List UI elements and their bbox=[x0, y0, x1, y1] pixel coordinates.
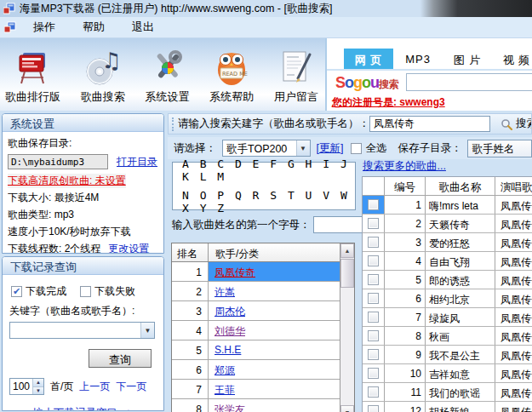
menu-item-exit[interactable]: 退出 bbox=[122, 17, 164, 37]
song-search-button[interactable]: ♫ 歌曲搜索 bbox=[81, 42, 125, 111]
owl-readme-icon: READ ME bbox=[212, 49, 251, 88]
singer-row[interactable]: 4 刘德华 bbox=[172, 321, 340, 340]
select-all-checkbox[interactable]: 全选 bbox=[351, 141, 386, 156]
song-row[interactable]: 9 我不是公主 凤凰传奇 bbox=[363, 346, 532, 364]
song-row[interactable]: 6 相约北京 凤凰传奇 bbox=[363, 289, 532, 308]
scroll-down-icon[interactable]: ▼ bbox=[340, 405, 354, 412]
singer-link[interactable]: 刘德华 bbox=[215, 325, 245, 337]
sogou-logo: Sogou搜索 bbox=[335, 75, 399, 90]
song-row[interactable]: 5 郎的诱惑 凤凰传奇 bbox=[363, 271, 532, 289]
menu-item-operate[interactable]: 操作 bbox=[23, 17, 66, 37]
download-done-checkbox[interactable]: 下载完成 bbox=[11, 284, 66, 299]
registration-link[interactable]: 您的注册号是: swweng3 bbox=[332, 96, 445, 108]
scrollbar-thumb[interactable] bbox=[340, 259, 354, 288]
prev-page-link[interactable]: 上一页 bbox=[79, 380, 110, 394]
search-song-button[interactable]: 搜索歌曲 bbox=[501, 117, 532, 131]
song-row[interactable]: 1 嗨!mrs leta 凤凰传奇 bbox=[363, 196, 532, 215]
spin-up-icon[interactable]: ▲ bbox=[33, 379, 43, 386]
chevron-down-icon[interactable]: ▼ bbox=[140, 323, 154, 338]
sogou-search-bar: Sogou搜索 bbox=[327, 71, 532, 94]
singer-scrollbar[interactable]: ▲ ▼ bbox=[340, 243, 354, 412]
main-content: 请输入搜索关建字（歌曲名或歌手名）： 搜索歌曲 请选择： 歌手TOP200 ▼ … bbox=[168, 111, 532, 412]
chevron-down-icon[interactable]: ▼ bbox=[296, 140, 310, 156]
song-checkbox[interactable] bbox=[368, 293, 379, 304]
singer-link[interactable]: 周杰伦 bbox=[215, 306, 245, 318]
singer-link[interactable]: 郑源 bbox=[215, 364, 235, 376]
song-checkbox[interactable] bbox=[368, 405, 379, 412]
song-row[interactable]: 12 胡杨新娘 凤凰传奇 bbox=[363, 402, 532, 412]
download-failed-checkbox[interactable]: 下载失败 bbox=[80, 284, 135, 299]
hd-download-link[interactable]: 下载高清原创歌曲: 未设置 bbox=[8, 174, 126, 188]
system-settings-button[interactable]: 系统设置 bbox=[146, 42, 190, 111]
system-help-button[interactable]: READ ME 系统帮助 bbox=[209, 42, 254, 111]
sogou-search-input[interactable] bbox=[406, 73, 532, 91]
singer-panel: A B C D E F G H I J K L M N O P Q R S T … bbox=[168, 160, 360, 412]
song-checkbox[interactable] bbox=[368, 218, 379, 229]
tab-webpage[interactable]: 网 页 bbox=[344, 49, 393, 69]
singer-link[interactable]: 王菲 bbox=[215, 384, 235, 396]
expand-record-window-link[interactable]: 扩大下载记录窗口 --> bbox=[8, 406, 158, 411]
singer-row[interactable]: 3 周杰伦 bbox=[172, 301, 340, 321]
singer-row[interactable]: 7 王菲 bbox=[172, 380, 340, 399]
singer-row[interactable]: 5 S.H.E bbox=[172, 340, 340, 360]
web-portal-panel: 网 页 MP3 图 片 视 频 Sogou搜索 您的注册号是: swweng3 bbox=[325, 38, 532, 111]
song-checkbox[interactable] bbox=[368, 349, 379, 360]
save-dir-input[interactable] bbox=[8, 154, 108, 169]
song-row[interactable]: 2 天籁传奇 凤凰传奇 bbox=[363, 215, 532, 233]
song-checkbox[interactable] bbox=[368, 368, 379, 379]
song-checkbox[interactable] bbox=[368, 199, 379, 210]
tab-mp3[interactable]: MP3 bbox=[393, 49, 443, 69]
next-page-link[interactable]: 下一页 bbox=[116, 380, 146, 394]
song-checkbox[interactable] bbox=[368, 237, 379, 248]
scroll-up-icon[interactable]: ▲ bbox=[340, 243, 354, 258]
song-row[interactable]: 10 吉祥如意 凤凰传奇 bbox=[363, 364, 532, 383]
singer-row[interactable]: 8 张学友 bbox=[172, 399, 340, 412]
singer-link[interactable]: 凤凰传奇 bbox=[215, 266, 255, 278]
singer-link[interactable]: 张学友 bbox=[215, 403, 245, 412]
search-keyword-input[interactable] bbox=[369, 116, 490, 132]
query-button[interactable]: 查询 bbox=[89, 349, 152, 368]
song-col-artist: 演唱歌手 bbox=[495, 177, 532, 195]
tab-image[interactable]: 图 片 bbox=[443, 49, 492, 69]
tab-video[interactable]: 视 频 bbox=[492, 49, 532, 69]
singer-table: 排名 歌手/分类 1 凤凰传奇 2 许嵩 3 周杰伦 bbox=[171, 243, 355, 412]
svg-text:READ ME: READ ME bbox=[222, 71, 248, 77]
open-dir-link[interactable]: 打开目录 bbox=[117, 155, 157, 169]
spin-down-icon[interactable]: ▼ bbox=[33, 386, 43, 395]
singer-row[interactable]: 2 许嵩 bbox=[172, 282, 340, 301]
more-songs-link[interactable]: 搜索更多的歌曲... bbox=[363, 159, 446, 174]
song-row[interactable]: 3 爱的狂怒 凤凰传奇 bbox=[363, 233, 532, 252]
song-checkbox[interactable] bbox=[368, 255, 379, 266]
alphabet-row-2[interactable]: N O P Q R S T U V W X Y Z bbox=[182, 189, 355, 215]
user-message-button[interactable]: 用户留言 bbox=[274, 42, 318, 111]
magnifier-icon bbox=[501, 118, 512, 130]
subdir-combobox[interactable]: 歌手姓名 bbox=[467, 140, 532, 157]
keyword-combobox[interactable]: ▼ bbox=[9, 322, 155, 339]
song-checkbox[interactable] bbox=[368, 386, 379, 398]
song-checkbox[interactable] bbox=[368, 274, 379, 285]
song-checkbox[interactable] bbox=[368, 330, 379, 341]
alphabet-box[interactable]: A B C D E F G H I J K L M N O P Q R S T … bbox=[172, 162, 356, 210]
song-table: 编号 歌曲名称 演唱歌手 1 嗨!mrs leta 凤凰传奇 2 天籁传奇 凤凰… bbox=[362, 176, 532, 412]
singer-link[interactable]: 许嵩 bbox=[215, 286, 235, 298]
song-col-title: 歌曲名称 bbox=[426, 177, 495, 195]
change-settings-link[interactable]: 更改设置 bbox=[108, 242, 149, 255]
toolbar-label: 系统设置 bbox=[146, 89, 190, 105]
category-combobox[interactable]: 歌手TOP200 ▼ bbox=[222, 140, 311, 157]
menu-item-help[interactable]: 帮助 bbox=[72, 17, 115, 37]
page-size-stepper[interactable]: 100 ▲ ▼ bbox=[9, 378, 44, 395]
song-row[interactable]: 7 绿旋风 凤凰传奇 bbox=[363, 308, 532, 327]
song-row[interactable]: 11 我们的歌谣 凤凰传奇 bbox=[363, 383, 532, 402]
song-row[interactable]: 8 秋画 凤凰传奇 bbox=[363, 327, 532, 346]
checkbox-icon bbox=[351, 143, 362, 154]
left-sidebar: 系统设置 歌曲保存目录: 打开目录 下载高清原创歌曲: 未设置 下载大小: 最接… bbox=[2, 113, 164, 411]
song-ranking-button[interactable]: 歌曲排行版 bbox=[5, 42, 60, 111]
singer-link[interactable]: S.H.E bbox=[215, 344, 241, 356]
song-row[interactable]: 4 自由飞翔 凤凰传奇 bbox=[363, 252, 532, 271]
checkbox-checked-icon bbox=[11, 286, 22, 297]
singer-row[interactable]: 6 郑源 bbox=[172, 360, 340, 380]
alphabet-row-1[interactable]: A B C D E F G H I J K L M bbox=[182, 157, 355, 183]
song-checkbox[interactable] bbox=[368, 312, 379, 323]
singer-row[interactable]: 1 凤凰传奇 bbox=[172, 262, 340, 282]
update-link[interactable]: [更新] bbox=[317, 141, 344, 156]
